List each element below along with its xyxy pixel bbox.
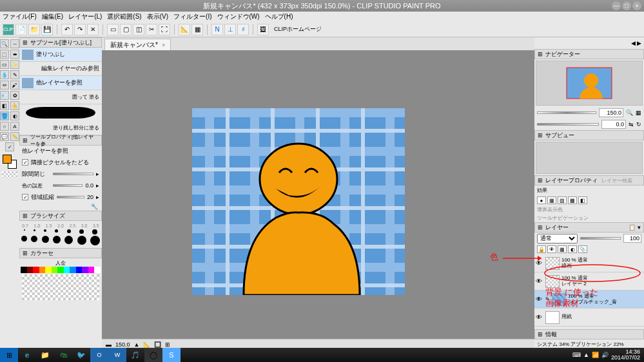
snap3-icon[interactable]: ♯ xyxy=(237,24,249,35)
maximize-button[interactable]: □ xyxy=(622,1,631,10)
tray-input-icon[interactable]: ⌨ xyxy=(572,352,581,358)
flip-h-icon[interactable]: ⇋ xyxy=(629,121,634,128)
right-arrow-left-icon[interactable]: ◀ xyxy=(631,40,636,46)
clear-icon[interactable]: ✕ xyxy=(87,24,99,35)
menu-view[interactable]: 表示(V) xyxy=(147,12,168,21)
tool-magnify-icon[interactable]: 🔍 xyxy=(0,39,9,48)
info-header[interactable]: ⊞情報 xyxy=(534,329,644,339)
eye-icon[interactable]: 👁 xyxy=(536,260,543,267)
fx5-icon[interactable]: ◧ xyxy=(578,196,587,204)
taskbar-store-icon[interactable]: 🛍 xyxy=(54,348,72,362)
taskbar-word-icon[interactable]: W xyxy=(108,348,126,362)
tool-pencil-icon[interactable]: ✏ xyxy=(0,81,9,90)
deselect-icon[interactable]: ▢ xyxy=(120,24,132,35)
fg-color[interactable] xyxy=(3,155,12,164)
tool-eyedrop-icon[interactable]: 💧 xyxy=(0,70,9,79)
tab-close-icon[interactable]: × xyxy=(162,42,165,48)
tool-deco-icon[interactable]: ✿ xyxy=(10,91,19,100)
taskbar-outlook-icon[interactable]: O xyxy=(90,348,108,362)
taskbar-app-icon[interactable]: S xyxy=(162,348,181,362)
tool-move-icon[interactable]: ↔ xyxy=(10,39,19,48)
close-button[interactable]: × xyxy=(632,1,641,10)
eye-icon[interactable]: 👁 xyxy=(536,314,543,321)
clip-icon[interactable]: CLIP xyxy=(3,24,14,35)
nav-angle-input[interactable] xyxy=(601,120,626,129)
lyr-icon4[interactable]: ◐ xyxy=(568,245,577,253)
select-icon[interactable]: ▭ xyxy=(107,24,119,35)
canvas-viewport[interactable] xyxy=(102,50,534,339)
opacity-input[interactable] xyxy=(623,234,641,243)
zoom-out-icon[interactable]: ▬ xyxy=(106,341,112,348)
taskbar-ie-icon[interactable]: e xyxy=(18,348,36,362)
snap2-icon[interactable]: ⊥ xyxy=(224,24,236,35)
lyr-icon5[interactable]: 📎 xyxy=(578,245,587,253)
start-button[interactable]: ⊞ xyxy=(0,348,18,362)
menu-help[interactable]: ヘルプ(H) xyxy=(265,12,293,21)
layer-row[interactable]: 👁 100 % 通常レイヤー 2 xyxy=(534,272,644,291)
taskbar-itunes-icon[interactable]: 🎵 xyxy=(126,348,144,362)
nav-zoom-input[interactable] xyxy=(599,108,623,117)
tab-canvas[interactable]: 新規キャンバス* × xyxy=(104,39,171,50)
tolerance-slider[interactable] xyxy=(53,184,83,187)
snap-icon[interactable]: N xyxy=(211,24,223,35)
layer-row-selected[interactable]: 👁 ✎ 100 % 通常シンプルチェック_青 xyxy=(534,291,644,309)
color-palette[interactable] xyxy=(22,274,99,300)
menu-layer[interactable]: レイヤー(L) xyxy=(68,12,102,21)
blend-mode-select[interactable]: 通常 xyxy=(537,234,578,243)
fx3-icon[interactable]: ▨ xyxy=(558,196,567,204)
lyr-icon3[interactable]: ▦ xyxy=(558,245,567,253)
open-icon[interactable]: 📁 xyxy=(28,24,40,35)
fx1-icon[interactable]: ● xyxy=(537,196,546,204)
minimize-button[interactable]: ― xyxy=(612,1,621,10)
gap-slider[interactable] xyxy=(53,173,93,175)
color-swatch[interactable] xyxy=(3,155,17,169)
material-icon[interactable]: 🖼 xyxy=(257,24,269,35)
menu-file[interactable]: ファイル(F) xyxy=(3,12,37,21)
opacity-slider[interactable] xyxy=(580,237,621,240)
save-icon[interactable]: 💾 xyxy=(41,24,53,35)
expand-slider[interactable] xyxy=(57,196,84,198)
tool-correct-icon[interactable]: ✓ xyxy=(5,142,14,151)
pen-lock-icon[interactable]: ✎ xyxy=(545,296,550,302)
tool-blend-icon[interactable]: 👆 xyxy=(10,101,19,110)
tool-balloon-icon[interactable]: 💬 xyxy=(0,132,9,141)
new-icon[interactable]: 📄 xyxy=(15,24,27,35)
nav-zoom-slider[interactable] xyxy=(537,111,596,114)
menu-filter[interactable]: フィルター(I) xyxy=(173,12,211,21)
eye-icon[interactable]: 👁 xyxy=(536,278,543,285)
taskbar-explorer-icon[interactable]: 📁 xyxy=(36,348,54,362)
zoom-fit-icon[interactable]: 🔍 xyxy=(626,110,633,116)
zoom-in-icon[interactable]: ▲ xyxy=(134,341,140,348)
zoom-100-icon[interactable]: ▦ xyxy=(636,110,641,116)
menu-select[interactable]: 選択範囲(S) xyxy=(107,12,141,21)
nav-angle-slider[interactable] xyxy=(537,123,599,126)
redo-icon[interactable]: ↷ xyxy=(74,24,86,35)
menu-window[interactable]: ウィンドウ(W) xyxy=(217,12,260,21)
tool-brush-icon[interactable]: 🖌 xyxy=(10,81,19,90)
tool-text-icon[interactable]: A xyxy=(10,122,19,131)
wrench-icon[interactable]: 🔧 xyxy=(91,204,98,210)
tool-eraser-icon[interactable]: ◧ xyxy=(0,101,9,110)
chk-adjacent[interactable]: ✓ xyxy=(22,159,28,166)
layer-row[interactable]: 👁 用紙 xyxy=(534,309,644,327)
menu-edit[interactable]: 編集(E) xyxy=(42,12,63,21)
fx4-icon[interactable]: ▩ xyxy=(568,196,577,204)
eye-icon[interactable]: 👁 xyxy=(536,296,543,303)
grid-icon[interactable]: ▦ xyxy=(191,24,203,35)
lyr-icon2[interactable]: 👁 xyxy=(547,245,556,253)
taskbar-csp-icon[interactable]: ◯ xyxy=(144,348,162,362)
taskbar-twitter-icon[interactable]: 🐦 xyxy=(72,348,90,362)
navigator-header[interactable]: ⊞ナビゲーター xyxy=(534,49,644,59)
subtool-editlayer[interactable]: 編集レイヤーのみ参照 xyxy=(19,62,102,76)
tray-date[interactable]: 2014/07/02 xyxy=(611,355,640,361)
right-arrow-right-icon[interactable]: ▶ xyxy=(637,40,641,46)
subtool-enclose[interactable]: 囲って 塗る xyxy=(19,90,102,104)
tool-pen-icon[interactable]: ✎ xyxy=(10,70,19,79)
toolprop-header[interactable]: ⊞ツールプロパティ[他レイヤーを参 xyxy=(19,135,102,146)
subtool-fill[interactable]: 塗りつぶし xyxy=(19,48,102,62)
navigator-thumb[interactable] xyxy=(536,61,643,106)
brush-size-grid[interactable]: 0.71.01.52.02.53.03.5 xyxy=(19,221,102,248)
tool-gradient-icon[interactable]: ◐ xyxy=(10,111,19,120)
subtool-otherlayer[interactable]: 他レイヤーを参照 xyxy=(19,76,102,90)
fx2-icon[interactable]: ▦ xyxy=(547,196,556,204)
